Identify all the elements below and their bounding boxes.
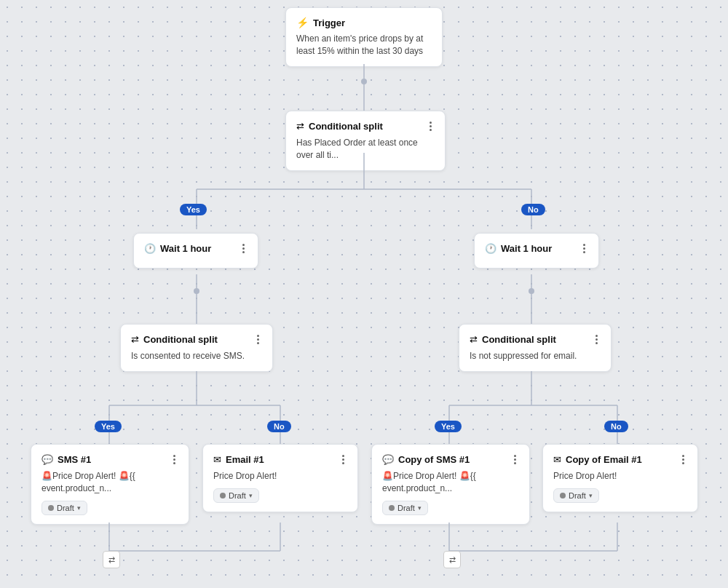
copy-email1-title-row: ✉ Copy of Email #1 bbox=[553, 454, 642, 465]
badge-yes-left: Yes bbox=[180, 204, 207, 215]
badge-no-right: No bbox=[521, 204, 545, 215]
email1-card: ✉ Email #1 Price Drop Alert! Draft ▾ bbox=[202, 444, 358, 512]
trigger-title: Trigger bbox=[313, 17, 345, 28]
copy-sms1-card: 💬 Copy of SMS #1 🚨Price Drop Alert! 🚨{{ … bbox=[371, 444, 530, 525]
wait-left-header: 🕐 Wait 1 hour bbox=[144, 242, 248, 255]
wait-right-card: 🕐 Wait 1 hour bbox=[474, 233, 599, 269]
trigger-header: ⚡ Trigger bbox=[296, 17, 432, 28]
sms1-header: 💬 SMS #1 bbox=[41, 453, 178, 466]
sms1-draft-btn[interactable]: Draft ▾ bbox=[41, 501, 87, 515]
csl-menu[interactable] bbox=[254, 333, 262, 346]
wait-left-card: 🕐 Wait 1 hour bbox=[133, 233, 258, 269]
csr-menu[interactable] bbox=[593, 333, 601, 346]
cst-title: Conditional split bbox=[309, 121, 383, 132]
copy-sms1-draft-row: Draft ▾ bbox=[382, 501, 519, 515]
wait-right-icon: 🕐 bbox=[485, 243, 496, 254]
copy-sms1-menu[interactable] bbox=[511, 453, 519, 466]
merge-icon-left[interactable]: ⇄ bbox=[103, 551, 120, 568]
email1-chevron: ▾ bbox=[249, 492, 253, 499]
trigger-icon: ⚡ bbox=[296, 17, 309, 28]
copy-sms1-title: Copy of SMS #1 bbox=[398, 454, 470, 465]
csl-title-row: ⇄ Conditional split bbox=[131, 334, 218, 345]
csl-header: ⇄ Conditional split bbox=[131, 333, 262, 346]
email1-menu[interactable] bbox=[339, 453, 347, 466]
wait-right-header: 🕐 Wait 1 hour bbox=[485, 242, 588, 255]
wait-left-menu[interactable] bbox=[240, 242, 248, 255]
wait-left-title-row: 🕐 Wait 1 hour bbox=[144, 243, 211, 254]
wait-left-title: Wait 1 hour bbox=[160, 243, 211, 254]
copy-email1-menu[interactable] bbox=[679, 453, 687, 466]
badge-no-bottom-right: No bbox=[604, 421, 628, 432]
email1-draft-row: Draft ▾ bbox=[213, 488, 347, 503]
sms1-draft-label: Draft bbox=[57, 504, 74, 512]
sms1-chevron: ▾ bbox=[77, 504, 81, 512]
email1-body: Price Drop Alert! bbox=[213, 470, 347, 482]
sms1-card: 💬 SMS #1 🚨Price Drop Alert! 🚨{{ event.pr… bbox=[31, 444, 189, 525]
email1-title-row: ✉ Email #1 bbox=[213, 454, 264, 465]
copy-email1-draft-btn[interactable]: Draft ▾ bbox=[553, 488, 599, 503]
badge-no-bottom-left: No bbox=[267, 421, 291, 432]
email1-header: ✉ Email #1 bbox=[213, 453, 347, 466]
copy-email1-chevron: ▾ bbox=[589, 492, 593, 499]
email1-icon: ✉ bbox=[213, 454, 221, 465]
split-icon-top: ⇄ bbox=[296, 121, 304, 132]
csr-title-row: ⇄ Conditional split bbox=[470, 334, 556, 345]
wait-right-menu[interactable] bbox=[580, 242, 588, 255]
wait-left-icon: 🕐 bbox=[144, 243, 156, 254]
copy-sms1-body: 🚨Price Drop Alert! 🚨{{ event.product_n..… bbox=[382, 470, 519, 495]
copy-sms1-draft-btn[interactable]: Draft ▾ bbox=[382, 501, 428, 515]
email1-draft-label: Draft bbox=[229, 491, 246, 500]
sms1-menu[interactable] bbox=[170, 453, 178, 466]
svg-point-1 bbox=[361, 79, 367, 84]
badge-yes-bottom-right: Yes bbox=[435, 421, 462, 432]
sms1-draft-dot bbox=[48, 505, 54, 511]
copy-email1-card: ✉ Copy of Email #1 Price Drop Alert! Dra… bbox=[542, 444, 698, 512]
sms1-body: 🚨Price Drop Alert! 🚨{{ event.product_n..… bbox=[41, 470, 178, 495]
conditional-split-top-card: ⇄ Conditional split Has Placed Order at … bbox=[285, 111, 446, 171]
copy-sms1-draft-dot bbox=[389, 505, 395, 511]
copy-sms1-icon: 💬 bbox=[382, 454, 394, 465]
copy-sms1-chevron: ▾ bbox=[418, 504, 422, 512]
csr-title: Conditional split bbox=[482, 334, 556, 345]
sms1-draft-row: Draft ▾ bbox=[41, 501, 178, 515]
copy-email1-header: ✉ Copy of Email #1 bbox=[553, 453, 687, 466]
email1-draft-dot bbox=[220, 493, 226, 498]
svg-point-9 bbox=[529, 288, 534, 294]
badge-yes-bottom-left: Yes bbox=[95, 421, 122, 432]
sms1-icon: 💬 bbox=[41, 454, 53, 465]
copy-email1-title: Copy of Email #1 bbox=[566, 454, 642, 465]
split-icon-left: ⇄ bbox=[131, 334, 139, 345]
merge-icon-right[interactable]: ⇄ bbox=[443, 551, 461, 568]
trigger-title-row: ⚡ Trigger bbox=[296, 17, 345, 28]
sms1-title: SMS #1 bbox=[58, 454, 91, 465]
flow-canvas: ⚡ Trigger When an item's price drops by … bbox=[0, 0, 728, 588]
copy-email1-draft-label: Draft bbox=[569, 491, 586, 500]
csr-header: ⇄ Conditional split bbox=[470, 333, 601, 346]
conditional-split-right-card: ⇄ Conditional split Is not suppressed fo… bbox=[459, 324, 612, 372]
svg-point-7 bbox=[194, 288, 199, 294]
split-icon-right: ⇄ bbox=[470, 334, 478, 345]
cst-title-row: ⇄ Conditional split bbox=[296, 121, 383, 132]
copy-email1-draft-row: Draft ▾ bbox=[553, 488, 687, 503]
csl-body: Is consented to receive SMS. bbox=[131, 350, 262, 362]
cst-header: ⇄ Conditional split bbox=[296, 120, 435, 132]
wait-right-title: Wait 1 hour bbox=[501, 243, 552, 254]
wait-right-title-row: 🕐 Wait 1 hour bbox=[485, 243, 552, 254]
copy-email1-icon: ✉ bbox=[553, 454, 561, 465]
trigger-body: When an item's price drops by at least 1… bbox=[296, 33, 432, 57]
csl-title: Conditional split bbox=[143, 334, 218, 345]
cst-menu[interactable] bbox=[427, 120, 435, 132]
copy-email1-draft-dot bbox=[560, 493, 566, 498]
csr-body: Is not suppressed for email. bbox=[470, 350, 601, 362]
cst-body: Has Placed Order at least once over all … bbox=[296, 137, 435, 162]
copy-sms1-title-row: 💬 Copy of SMS #1 bbox=[382, 454, 470, 465]
email1-title: Email #1 bbox=[226, 454, 264, 465]
trigger-card: ⚡ Trigger When an item's price drops by … bbox=[285, 7, 443, 67]
copy-email1-body: Price Drop Alert! bbox=[553, 470, 687, 482]
copy-sms1-header: 💬 Copy of SMS #1 bbox=[382, 453, 519, 466]
email1-draft-btn[interactable]: Draft ▾ bbox=[213, 488, 259, 503]
sms1-title-row: 💬 SMS #1 bbox=[41, 454, 91, 465]
conditional-split-left-card: ⇄ Conditional split Is consented to rece… bbox=[120, 324, 273, 372]
copy-sms1-draft-label: Draft bbox=[397, 504, 415, 512]
